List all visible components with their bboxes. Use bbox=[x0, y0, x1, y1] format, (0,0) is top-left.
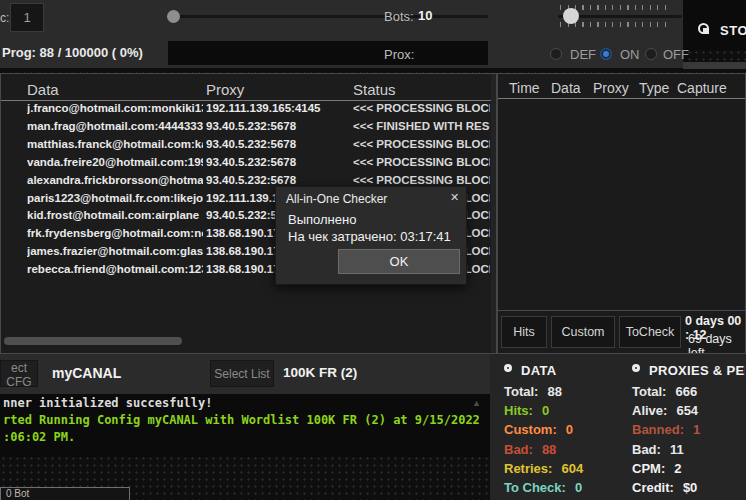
stat-label: Bad: bbox=[504, 442, 533, 457]
column-header-status[interactable]: Status bbox=[353, 81, 396, 98]
stat-row: To Check:0 bbox=[504, 480, 582, 495]
bots-slider-ticks-bottom bbox=[560, 22, 672, 27]
select-list-button[interactable]: Select List bbox=[210, 360, 274, 387]
progress-label: Prog: bbox=[2, 45, 36, 60]
select-cfg-button[interactable]: ect CFG bbox=[0, 360, 38, 387]
bots-label: Bots: bbox=[384, 9, 414, 24]
stat-value: 604 bbox=[561, 461, 583, 476]
dialog-close-icon[interactable]: ✕ bbox=[450, 191, 459, 204]
stat-value: 2 bbox=[674, 461, 681, 476]
progress-bar bbox=[168, 41, 488, 65]
prox-radio-def[interactable] bbox=[550, 48, 562, 60]
prox-label: Prox: bbox=[384, 47, 414, 62]
config-name: myCANAL bbox=[52, 365, 121, 381]
proxies-stats: Total:666Alive:654Banned:1Bad:11CPM:2Cre… bbox=[632, 384, 746, 500]
cell-data: man.frag@hotmail.com:4444333 bbox=[27, 120, 203, 132]
prox-radio-def-label[interactable]: DEF bbox=[570, 47, 596, 62]
cell-data: vanda.freire20@hotmail.com:1990d bbox=[27, 156, 203, 168]
tab-tocheck[interactable]: ToCheck bbox=[619, 316, 681, 348]
table-row[interactable]: matthias.franck@hotmail.com:kalajo93.40.… bbox=[1, 137, 496, 155]
hits-column-time[interactable]: Time bbox=[509, 80, 540, 96]
bottom-fragment-box: 0 Bot bbox=[0, 487, 130, 500]
dialog-title: All-in-One Checker bbox=[286, 192, 387, 206]
hits-column-proxy[interactable]: Proxy bbox=[593, 80, 629, 96]
stat-value: 88 bbox=[547, 384, 561, 399]
data-section-title: DATA bbox=[521, 363, 556, 378]
cell-proxy: 93.40.5.232:5678 bbox=[206, 174, 351, 186]
cell-data: paris1223@hotmail.fr.com:likejowa bbox=[27, 192, 203, 204]
hits-column-data[interactable]: Data bbox=[551, 80, 581, 96]
stat-value: $0 bbox=[683, 480, 697, 495]
cell-status: <<< PROCESSING BLOCK: RE bbox=[353, 156, 490, 168]
stat-label: Credit: bbox=[632, 480, 674, 495]
stat-label: Total: bbox=[504, 384, 538, 399]
hits-list-panel: Time Data Proxy Type Capture Hits Custom… bbox=[497, 73, 746, 354]
cell-proxy: 93.40.5.232:5678 bbox=[206, 156, 351, 168]
proxies-section-icon bbox=[632, 364, 640, 372]
cell-data: kid.frost@hotmail.com:airplane bbox=[27, 209, 203, 221]
cell-status: <<< PROCESSING BLOCK: RE bbox=[353, 102, 490, 114]
cell-data: james.frazier@hotmail.com:glass314 bbox=[27, 245, 203, 257]
threads-input[interactable] bbox=[10, 3, 44, 32]
timer-remaining: 69 days left bbox=[688, 332, 745, 354]
table-row[interactable]: man.frag@hotmail.com:444433393.40.5.232:… bbox=[1, 119, 496, 137]
dialog-message-line2: На чек затрачено: 03:17:41 bbox=[288, 229, 451, 244]
cell-status: <<< PROCESSING BLOCK: RE bbox=[353, 138, 490, 150]
stop-button-label: STOP bbox=[720, 23, 746, 38]
stat-value: 666 bbox=[675, 384, 697, 399]
stat-label: Bad: bbox=[632, 442, 661, 457]
stat-row: Credit:$0 bbox=[632, 480, 697, 495]
hits-bottom-separator bbox=[498, 310, 745, 311]
cell-proxy: 93.40.5.232:5678 bbox=[206, 120, 351, 132]
stat-label: CPM: bbox=[632, 461, 665, 476]
vertical-scrollbar[interactable] bbox=[491, 74, 496, 353]
stat-value: 0 bbox=[575, 480, 582, 495]
stat-value: 654 bbox=[676, 403, 698, 418]
prox-radio-on-label[interactable]: ON bbox=[620, 47, 640, 62]
app-window: c: Prog: 88 / 100000 ( 0%) Bots: 10 Prox… bbox=[0, 0, 746, 500]
prox-radio-off[interactable] bbox=[645, 48, 657, 60]
log-line: nner initialized succesfully! bbox=[3, 396, 213, 410]
stat-row: Total:666 bbox=[632, 384, 697, 399]
config-bar: ect CFG myCANAL Select List 100K FR (2) bbox=[0, 354, 490, 394]
stat-value: 0 bbox=[566, 422, 573, 437]
cell-proxy: 192.111.139.165:4145 bbox=[206, 102, 351, 114]
cell-data: j.franco@hotmail.com:monkiki13 bbox=[27, 102, 203, 114]
stop-button[interactable]: STOP bbox=[698, 20, 746, 46]
hits-column-type[interactable]: Type bbox=[639, 80, 669, 96]
log-panel: ▲ nner initialized succesfully!rted Runn… bbox=[0, 394, 490, 457]
stat-row: Alive:654 bbox=[632, 403, 698, 418]
stat-value: 88 bbox=[542, 442, 556, 457]
stat-row: Hits:0 bbox=[504, 403, 549, 418]
top-right-strip bbox=[683, 62, 746, 69]
hits-column-capture[interactable]: Capture bbox=[677, 80, 727, 96]
horizontal-scrollbar-thumb[interactable] bbox=[4, 337, 182, 345]
data-section-icon bbox=[504, 364, 512, 372]
tab-custom[interactable]: Custom bbox=[551, 316, 615, 348]
cell-data: matthias.franck@hotmail.com:kalajo bbox=[27, 138, 203, 150]
threads-label: c: bbox=[0, 11, 9, 25]
stat-row: Total:88 bbox=[504, 384, 562, 399]
table-row[interactable]: j.franco@hotmail.com:monkiki13192.111.13… bbox=[1, 101, 496, 119]
stat-row: Bad:88 bbox=[504, 442, 556, 457]
column-header-proxy[interactable]: Proxy bbox=[206, 81, 244, 98]
data-stats: Total:88Hits:0Custom:0Bad:88Retries:604T… bbox=[504, 384, 619, 500]
column-header-data[interactable]: Data bbox=[27, 81, 59, 98]
main-slider-handle[interactable] bbox=[167, 10, 180, 23]
main-slider-track[interactable] bbox=[168, 15, 488, 18]
stop-icon-square bbox=[703, 28, 709, 34]
bots-slider-handle[interactable] bbox=[563, 8, 579, 24]
log-scroll-up-icon[interactable]: ▲ bbox=[472, 398, 481, 408]
cell-proxy: 93.40.5.232:5678 bbox=[206, 138, 351, 150]
tab-hits[interactable]: Hits bbox=[501, 316, 547, 348]
cell-data: rebecca.friend@hotmail.com:123reb bbox=[27, 263, 203, 275]
cell-status: <<< FINISHED WITH RESULT bbox=[353, 120, 490, 132]
progress-text: Prog: 88 / 100000 ( 0%) bbox=[2, 45, 143, 60]
log-line: :06:02 PM. bbox=[3, 430, 75, 444]
stat-value: 1 bbox=[693, 422, 700, 437]
dialog-ok-button[interactable]: OK bbox=[338, 249, 460, 274]
proxies-section-title: PROXIES & PERF bbox=[649, 363, 745, 378]
table-row[interactable]: vanda.freire20@hotmail.com:1990d93.40.5.… bbox=[1, 155, 496, 173]
prox-radio-on[interactable] bbox=[600, 48, 612, 60]
stat-row: Custom:0 bbox=[504, 422, 573, 437]
